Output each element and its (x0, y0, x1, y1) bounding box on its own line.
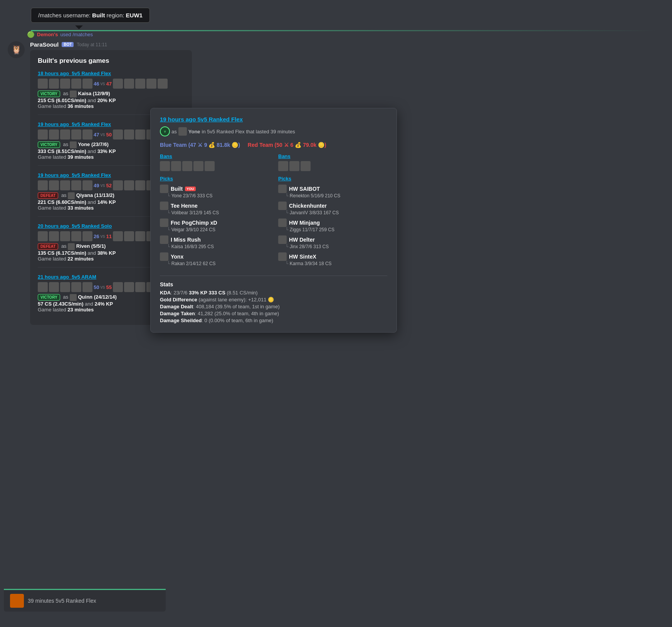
pick-name-imissrush: I Miss Rush (160, 235, 269, 244)
pick-champ-icon (278, 185, 287, 193)
yone-icon (178, 127, 187, 136)
red-score: 50 (106, 132, 111, 138)
blue-team-header: Blue Team (47 ⚔ 9 💰 81.8k 🪙) (160, 142, 240, 148)
red-ban-icons (278, 161, 387, 171)
game-5-header[interactable]: 21 hours ago 5v5 ARAM (38, 274, 96, 280)
pick-name-delter: HW Delter (278, 235, 387, 244)
champ-small (68, 192, 75, 199)
result-badge: VICTORY (38, 91, 60, 97)
game-2-header[interactable]: 19 hours ago 5v5 Ranked Flex (38, 121, 111, 127)
champ-icon (38, 180, 48, 190)
blue-score: 50 (94, 284, 99, 290)
ban-icon (182, 161, 192, 171)
stats-title: Stats (160, 281, 387, 287)
champ-icon (135, 129, 145, 140)
red-bans: Bans (278, 153, 387, 171)
pick-name-sintex: HW SinteX (278, 252, 387, 261)
pick-entry-yonx: Yonx Rakan 2/14/12 62 CS (160, 252, 269, 266)
champ-icon (49, 79, 59, 89)
pick-entry-hwsaibot: HW SAIBOT Renekton 5/16/9 210 CS (278, 185, 387, 198)
game-1-champs: 46 vs 47 (38, 79, 184, 89)
champ-icon (60, 231, 70, 241)
game-3-header[interactable]: 19 hours ago 5v5 Ranked Flex (38, 172, 111, 178)
champ-icon (49, 180, 59, 190)
game-4-header[interactable]: 20 hours ago 5v5 Ranked Solo (38, 223, 112, 229)
pick-champ-icon (160, 235, 168, 244)
champ-icon (135, 180, 145, 190)
pick-name-minjang: HW Minjang (278, 219, 387, 227)
pick-stats-chicken: JarvanIV 3/8/33 167 CS (278, 210, 387, 215)
champ-icon (82, 180, 92, 190)
stat-kda: KDA: 23/7/6 33% KP 333 CS (8.51 CS/min) (160, 290, 387, 296)
bottom-bar: 39 minutes 5v5 Ranked Flex (4, 589, 166, 612)
you-badge: YOU (185, 187, 196, 191)
champ-small (70, 294, 77, 301)
champ-small (70, 141, 77, 148)
victory-icon: V (160, 126, 170, 136)
detail-title[interactable]: 19 hours ago 5v5 Ranked Flex (160, 116, 243, 123)
champ-small (68, 243, 75, 250)
pick-champ-icon (278, 252, 287, 261)
game-1-header[interactable]: 18 hours ago 5v5 Ranked Flex (38, 71, 111, 76)
champion-name: Qiyana (11/13/2) (76, 192, 114, 198)
champ-icon (113, 231, 123, 241)
ban-icon (278, 161, 288, 171)
pick-champ-icon (160, 202, 168, 210)
red-score: 11 (106, 234, 111, 239)
champ-icon (158, 79, 168, 89)
pick-name-built: Built YOU (160, 185, 269, 193)
command-arrow (75, 25, 83, 29)
ban-icon (160, 161, 170, 171)
pick-champ-icon (160, 185, 168, 193)
ban-icon (205, 161, 215, 171)
champ-icon (124, 180, 134, 190)
blue-ban-icons (160, 161, 269, 171)
champ-icon (113, 79, 123, 89)
bottom-bar-icon (10, 594, 24, 608)
detail-subtitle: V as Yone in 5v5 Ranked Flex that lasted… (160, 126, 387, 136)
pick-entry-minjang: HW Minjang Ziggs 11/7/17 259 CS (278, 219, 387, 232)
detail-panel: 19 hours ago 5v5 Ranked Flex V as Yone i… (150, 108, 397, 333)
bot-name: ParaSooul (30, 41, 59, 48)
champ-icon (38, 79, 48, 89)
pick-champ-icon (278, 202, 287, 210)
champ-icon (124, 231, 134, 241)
stat-damage-taken: Damage Taken: 41,282 (25.0% of team, 4th… (160, 311, 387, 316)
ban-icon (193, 161, 203, 171)
pick-name-fnc: Fnc PogChimp xD (160, 219, 269, 227)
champ-icon (135, 79, 145, 89)
command-action: used /matches (60, 32, 93, 37)
pick-stats-fnc: Veigar 3/9/10 224 CS (160, 227, 269, 232)
used-command-row: 🟢 Demon's used /matches (4, 31, 668, 38)
champ-icon (71, 231, 81, 241)
champ-icon (82, 79, 92, 89)
red-picks-label: Picks (278, 176, 387, 182)
result-badge: VICTORY (38, 294, 60, 301)
champ-icon (71, 79, 81, 89)
champ-icon (38, 129, 48, 140)
champ-icon (113, 180, 123, 190)
champ-icon (38, 231, 48, 241)
pick-entry-fnc: Fnc PogChimp xD Veigar 3/9/10 224 CS (160, 219, 269, 232)
champion-name: Kaisa (12/9/9) (78, 91, 110, 96)
champion-name: Riven (5/5/1) (76, 243, 106, 249)
ban-icon (301, 161, 311, 171)
red-score: 52 (106, 183, 111, 188)
pick-entry-built: Built YOU Yone 23/7/6 333 CS (160, 185, 269, 198)
pick-stats-hwsaibot: Renekton 5/16/9 210 CS (278, 193, 387, 198)
bot-time: Today at 11:11 (77, 42, 107, 47)
pick-entry-chicken: Chickenhunter JarvanIV 3/8/33 167 CS (278, 202, 387, 215)
bot-avatar: 🦉 (8, 41, 25, 58)
champ-icon (60, 129, 70, 140)
teams-container: Bans Picks Built YOU Yone 23/7/6 333 CS (160, 153, 387, 269)
ban-icon (289, 161, 299, 171)
red-score: 55 (106, 284, 111, 290)
blue-team-col: Bans Picks Built YOU Yone 23/7/6 333 CS (160, 153, 269, 269)
pick-entry-imissrush: I Miss Rush Kaisa 16/8/3 295 CS (160, 235, 269, 249)
champ-icon (146, 79, 156, 89)
game-1-cs: 215 CS (6.01CS/min) and 20% KP (38, 97, 184, 103)
pick-name-chicken: Chickenhunter (278, 202, 387, 210)
champ-icon (49, 129, 59, 140)
command-region-label: region: (105, 12, 126, 18)
pick-entry-sintex: HW SinteX Karma 3/9/34 18 CS (278, 252, 387, 266)
